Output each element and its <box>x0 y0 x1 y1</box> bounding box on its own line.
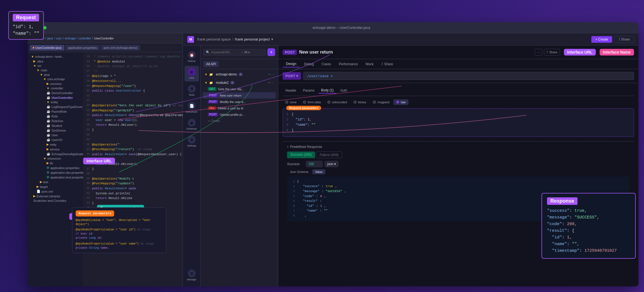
tab-cases[interactable]: Cases <box>318 61 334 67</box>
response-body-format-tabs: Json Schema Value <box>287 169 630 174</box>
tree-item-ext-libs[interactable]: ▶ External Libraries <box>30 194 81 198</box>
tree-item-pom[interactable]: 📄 pom.xml <box>30 189 81 194</box>
tree-item-logrequest[interactable]: ☕ LogRequestTypeEnum <box>30 104 81 109</box>
api-sidebar: ⏰ History ⊞ APIs ⚗ Tests 📄 Document <box>183 46 201 286</box>
response-config-row: Success 200 json ▾ <box>287 161 630 167</box>
tree-item-echoapi-app[interactable]: ☕ EchoapiDemoApplication <box>30 152 81 156</box>
response-badge: Response <box>547 197 577 205</box>
tree-item-roleson[interactable]: ☕ RoleSon <box>30 119 81 123</box>
tree-item-student[interactable]: ☕ Student <box>30 123 81 128</box>
tree-item-test[interactable]: ▶ test <box>30 180 81 184</box>
tab-design[interactable]: Design <box>283 61 300 67</box>
api-item-modifyuser[interactable]: POST Modify the user a... <box>203 99 276 105</box>
tree-item-resources[interactable]: ▼ resources <box>30 156 81 161</box>
tab-mock[interactable]: Mock <box>362 61 377 67</box>
api-list: ▼ 📁 echoapi-demo 5 + ··· <box>201 69 278 286</box>
ide-panel: src / main / java / com / echoapi / cont… <box>28 33 183 286</box>
body-format-tabs: none form-data urlencoded <box>283 99 634 105</box>
tree-item-lib[interactable]: ▶ lib <box>30 161 81 165</box>
api-header: M frank personal space / frank personal … <box>183 33 638 46</box>
tree-item-sysdevice[interactable]: ☕ SysDevice <box>30 128 81 133</box>
ide-tab-usercontroller[interactable]: UserController.java <box>30 45 64 51</box>
tree-item-controller[interactable]: ▼ controller <box>30 86 81 90</box>
tree-item-usercontroller[interactable]: ☕ UserController <box>30 95 81 100</box>
api-group-module2-header[interactable]: ▼ 📁 module2 5 + ··· <box>203 80 276 86</box>
app-logo: M <box>187 36 194 43</box>
api-list-panel: 🔍 | All ▾ + All API <box>201 46 278 286</box>
sidebar-item-schemas[interactable]: ◈ Schemas <box>185 117 199 132</box>
create-button[interactable]: + Create <box>591 36 612 43</box>
radio-none[interactable]: none <box>283 99 299 105</box>
tree-item-user[interactable]: ☕ User <box>30 133 81 137</box>
tree-item-service[interactable]: ▶ service <box>30 147 81 152</box>
more-options-button[interactable]: ··· <box>535 49 542 56</box>
tab-auth[interactable]: Auth <box>338 88 350 93</box>
detail-api-name: New user return <box>299 50 333 55</box>
ide-tab-application[interactable]: application.properties <box>65 45 100 51</box>
ide-tab-pom[interactable]: pom.xml (echoapi-demo) <box>101 45 140 51</box>
tab-header[interactable]: Header <box>283 88 299 93</box>
sidebar-item-settings[interactable]: ⚙ Settings <box>185 134 199 149</box>
tree-item-common[interactable]: ▶ common <box>30 81 81 86</box>
sidebar-item-history[interactable]: ⏰ History <box>185 49 199 65</box>
sidebar-item-tests[interactable]: ⚗ Tests <box>185 83 199 99</box>
detail-design-tabs: Design Debug Cases Performance Mock ⤴ Sh… <box>278 59 638 69</box>
detail-actions: ··· ⤴ Share Interface URL Interface Name <box>535 49 634 56</box>
search-box[interactable]: 🔍 | All ▾ <box>203 49 266 56</box>
tab-params[interactable]: Params <box>300 88 317 93</box>
tab-failure-404[interactable]: Failure (404) <box>316 152 342 158</box>
ide-toolbar: src / main / java / com / echoapi / cont… <box>28 33 183 43</box>
request-body-code: 1{ 2 "id": 1, 3 "name": "" 4} <box>286 112 630 133</box>
ide-tabs: UserController.java application.properti… <box>28 43 183 52</box>
radio-msgpack[interactable]: msgpack <box>370 99 392 105</box>
tab-debug[interactable]: Debug <box>301 61 317 67</box>
radio-raw[interactable]: raw <box>393 99 408 105</box>
tree-item-idea[interactable]: ▶ .idea <box>30 59 81 64</box>
tree-item-uservo[interactable]: ☕ UserVO <box>30 137 81 142</box>
predefined-header[interactable]: ▾ Predefined Response <box>287 145 630 149</box>
tree-item-parentrole[interactable]: ☕ ParentRole <box>30 109 81 114</box>
tab-value[interactable]: Value <box>312 169 325 174</box>
tab-all-api[interactable]: All API <box>203 61 219 67</box>
tree-item-app-test-props[interactable]: ⚙ application-test.properties <box>30 175 81 180</box>
history-icon: ⏰ <box>188 51 196 59</box>
sidebar-item-apis[interactable]: ⊞ APIs <box>185 66 199 82</box>
tree-item-target[interactable]: ▶ target <box>30 184 81 189</box>
detail-share-button[interactable]: ⤴ Share <box>544 49 560 56</box>
tree-item-democontroller[interactable]: ☕ DemoController <box>30 90 81 95</box>
tab-success-200[interactable]: Success (200) <box>287 152 315 158</box>
api-item-newuser[interactable]: POST New user return <box>203 92 276 99</box>
sidebar-item-manage[interactable]: ☰ Manage <box>185 267 199 283</box>
method-select[interactable]: POST ▾ <box>283 72 301 80</box>
sidebar-item-document[interactable]: 📄 Document <box>185 100 199 115</box>
api-item-uploadprofile[interactable]: POST Upload profile pi... <box>203 111 276 118</box>
tree-item-app-props[interactable]: ⚙ application.properties <box>30 165 81 170</box>
search-input[interactable] <box>211 51 239 54</box>
url-input[interactable]: /user/save × <box>303 72 634 80</box>
radio-formdata[interactable]: form-data <box>300 99 323 105</box>
tab-performance[interactable]: Performance <box>336 61 361 67</box>
tree-item-role[interactable]: ☕ Role <box>30 114 81 119</box>
api-group-module2: ▼ 📁 module2 5 + ··· GET <box>203 80 276 124</box>
popup-request-params-badge: Request parameters <box>76 210 114 217</box>
tree-item-netty[interactable]: ▶ netty <box>30 142 81 147</box>
create-api-link[interactable]: + Create <box>203 118 276 124</box>
radio-urlencoded[interactable]: urlencoded <box>325 99 350 105</box>
api-group-echoapi-header[interactable]: ▼ 📁 echoapi-demo 5 + ··· <box>203 71 276 77</box>
share-button[interactable]: ⤴ Share <box>614 36 634 43</box>
tab-share[interactable]: ⤴ Share <box>378 61 396 67</box>
add-api-button[interactable]: + <box>267 48 275 56</box>
tab-body[interactable]: Body (1) <box>318 87 336 94</box>
radio-binary[interactable]: binary <box>351 99 369 105</box>
tree-item-app-dev-props[interactable]: ⚙ application-dev.properties <box>30 170 81 175</box>
tree-item-root[interactable]: ▼ echoapi-demo ~/work... <box>30 54 81 59</box>
api-item-deleteuser[interactable]: DEL Delete a user by id <box>203 105 276 111</box>
api-item-getuser[interactable]: GET Gets the user obj... <box>203 86 276 92</box>
tree-item-java[interactable]: ▼ java <box>30 72 81 77</box>
tree-item-scratches[interactable]: Scratches and Consoles <box>30 198 81 203</box>
tab-json-schema[interactable]: Json Schema <box>287 169 311 174</box>
tree-item-src[interactable]: ▼ src <box>30 64 81 68</box>
tree-item-main[interactable]: ▼ main <box>30 68 81 72</box>
tree-item-comechoapi[interactable]: ▼ com.echoapi <box>30 77 81 81</box>
tree-item-entity[interactable]: ▼ entity <box>30 100 81 104</box>
